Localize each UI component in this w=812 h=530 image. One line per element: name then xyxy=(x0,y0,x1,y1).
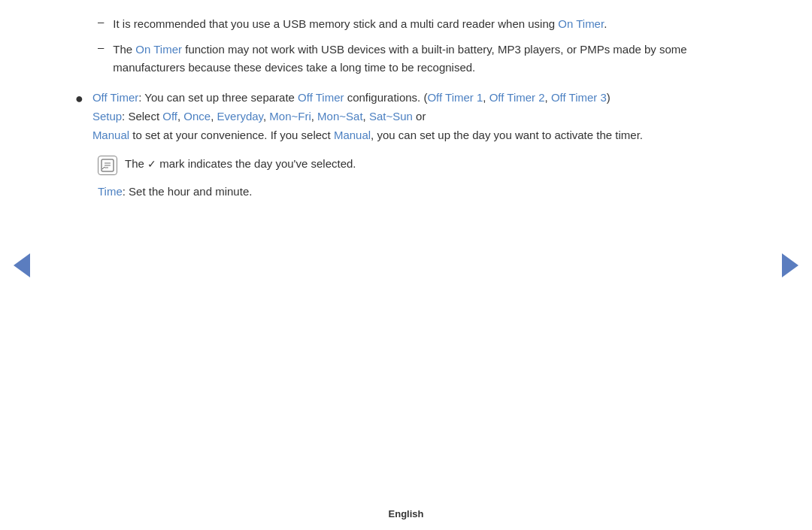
manual-link-1[interactable]: Manual xyxy=(92,129,129,141)
off-timer-2-link[interactable]: Off Timer 2 xyxy=(489,91,545,104)
off-timer-1-link[interactable]: Off Timer 1 xyxy=(427,91,483,104)
bullet-dot: ● xyxy=(75,89,83,144)
time-label[interactable]: Time xyxy=(98,185,123,198)
bullet-item-off-timer: ● Off Timer: You can set up three separa… xyxy=(75,89,737,144)
off-timer-label[interactable]: Off Timer xyxy=(92,91,138,104)
off-option[interactable]: Off xyxy=(162,110,177,123)
off-timer-3-link[interactable]: Off Timer 3 xyxy=(551,91,607,104)
note-box: The ✓ mark indicates the day you've sele… xyxy=(98,155,737,175)
footer: English xyxy=(0,508,812,519)
on-timer-link-1[interactable]: On Timer xyxy=(558,17,604,30)
checkmark-symbol: ✓ xyxy=(147,158,156,170)
note-text: The ✓ mark indicates the day you've sele… xyxy=(125,155,356,173)
nav-left-arrow[interactable] xyxy=(14,253,30,277)
time-line: Time: Set the hour and minute. xyxy=(98,183,737,201)
bullet-text: Off Timer: You can set up three separate… xyxy=(92,89,643,144)
note-icon xyxy=(98,156,117,175)
note-svg-icon xyxy=(101,159,114,172)
mon-fri-option[interactable]: Mon~Fri xyxy=(269,110,311,123)
dash-symbol-1: – xyxy=(98,15,104,33)
dash-text-2: The On Timer function may not work with … xyxy=(113,41,737,77)
page-content: – It is recommended that you use a USB m… xyxy=(75,15,737,500)
off-timer-link-1[interactable]: Off Timer xyxy=(298,91,344,104)
everyday-option[interactable]: Everyday xyxy=(217,110,263,123)
mon-sat-option[interactable]: Mon~Sat xyxy=(317,110,362,123)
once-option[interactable]: Once xyxy=(183,110,211,123)
setup-label[interactable]: Setup xyxy=(92,110,122,123)
dash-item-1: – It is recommended that you use a USB m… xyxy=(75,15,737,33)
on-timer-link-2[interactable]: On Timer xyxy=(135,43,182,56)
sat-sun-option[interactable]: Sat~Sun xyxy=(369,110,413,123)
nav-right-arrow[interactable] xyxy=(782,253,798,277)
manual-link-2[interactable]: Manual xyxy=(334,129,371,141)
dash-symbol-2: – xyxy=(98,41,104,77)
language-label: English xyxy=(389,508,424,519)
dash-item-2: – The On Timer function may not work wit… xyxy=(75,41,737,77)
dash-text-1: It is recommended that you use a USB mem… xyxy=(113,15,607,33)
